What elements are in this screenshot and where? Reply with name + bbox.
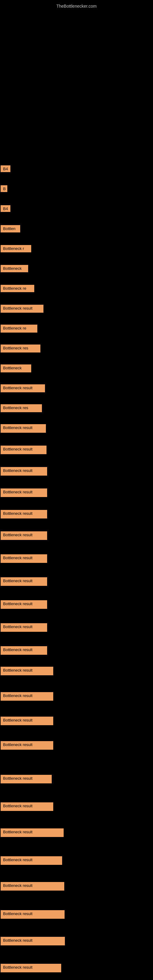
bottleneck-result-item[interactable]: Bottleneck result bbox=[1, 554, 47, 563]
bottleneck-result-item[interactable]: Bottleneck r bbox=[1, 245, 31, 252]
bottleneck-result-item[interactable]: B bbox=[1, 185, 7, 192]
bottleneck-result-item[interactable]: Bottleneck result bbox=[1, 384, 45, 392]
bottleneck-result-item[interactable]: Bottleneck result bbox=[1, 623, 47, 632]
bottleneck-result-item[interactable]: Bottleneck result bbox=[1, 717, 53, 725]
bottleneck-result-item[interactable]: Bottleneck result bbox=[1, 692, 53, 701]
bottleneck-result-item[interactable]: Bottleneck result bbox=[1, 882, 64, 891]
bottleneck-result-item[interactable]: Bottlen bbox=[1, 225, 20, 232]
bottleneck-result-item[interactable]: Bottleneck result bbox=[1, 910, 65, 919]
bottleneck-result-item[interactable]: Bottleneck result bbox=[1, 467, 47, 476]
bottleneck-result-item[interactable]: Bottleneck result bbox=[1, 667, 53, 675]
bottleneck-result-item[interactable]: Bottleneck res bbox=[1, 345, 40, 353]
bottleneck-result-item[interactable]: Bottleneck result bbox=[1, 829, 64, 837]
bottleneck-result-item[interactable]: Bottleneck result bbox=[1, 531, 47, 540]
bottleneck-result-item[interactable]: Bottleneck result bbox=[1, 600, 47, 609]
bottleneck-result-item[interactable]: Bottleneck res bbox=[1, 404, 42, 412]
bottleneck-result-item[interactable]: Bottleneck result bbox=[1, 510, 47, 519]
bottleneck-result-item[interactable]: Bottleneck result bbox=[1, 856, 62, 865]
bottleneck-result-item[interactable]: Bottleneck result bbox=[1, 424, 46, 433]
bottleneck-result-item[interactable]: Bottleneck result bbox=[1, 577, 47, 586]
bottleneck-result-item[interactable]: Bottleneck result bbox=[1, 964, 61, 972]
bottleneck-result-item[interactable]: Bottleneck bbox=[1, 364, 31, 372]
bottleneck-result-item[interactable]: Bottleneck result bbox=[1, 741, 53, 750]
bottleneck-result-item[interactable]: Bottleneck re bbox=[1, 285, 34, 292]
bottleneck-result-item[interactable]: Bottleneck result bbox=[1, 937, 65, 945]
bottleneck-result-item[interactable]: Bottleneck result bbox=[1, 305, 43, 313]
bottleneck-result-item[interactable]: Bottleneck result bbox=[1, 445, 46, 454]
bottleneck-result-item[interactable]: Bottleneck bbox=[1, 265, 28, 272]
bottleneck-result-item[interactable]: Bottleneck result bbox=[1, 646, 47, 655]
bottleneck-result-item[interactable]: Bottleneck result bbox=[1, 802, 53, 811]
site-title: TheBottlenecker.com bbox=[0, 1, 153, 11]
bottleneck-result-item[interactable]: B4 bbox=[1, 205, 10, 212]
bottleneck-result-item[interactable]: B4 bbox=[1, 165, 10, 172]
bottleneck-result-item[interactable]: Bottleneck result bbox=[1, 488, 47, 497]
bottleneck-result-item[interactable]: Bottleneck result bbox=[1, 775, 52, 783]
bottleneck-result-item[interactable]: Bottleneck re bbox=[1, 325, 37, 332]
